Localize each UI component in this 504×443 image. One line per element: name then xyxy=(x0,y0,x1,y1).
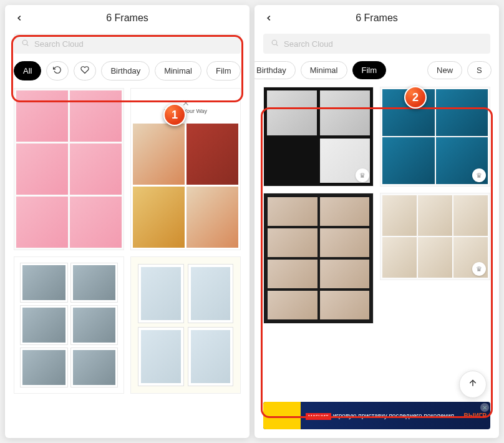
chip-minimal[interactable]: Minimal xyxy=(155,61,201,80)
phone-left: 6 Frames Search Cloud All Birthday Minim… xyxy=(5,5,250,438)
scroll-top-button[interactable] xyxy=(459,371,487,398)
template-item[interactable] xyxy=(14,88,124,250)
arrow-up-icon xyxy=(468,378,478,391)
ad-text: МАГНИТ игровую приставку последнего поко… xyxy=(301,412,463,419)
back-icon[interactable] xyxy=(15,11,24,26)
search-input[interactable]: Search Cloud xyxy=(14,34,241,54)
svg-line-3 xyxy=(276,44,278,46)
svg-line-1 xyxy=(27,44,28,46)
chip-all[interactable]: All xyxy=(14,61,41,80)
svg-point-0 xyxy=(22,40,27,45)
close-icon[interactable]: ✕ xyxy=(480,403,489,412)
chip-birthday[interactable]: Birthday xyxy=(101,61,150,80)
template-item[interactable]: ♛ xyxy=(263,87,374,187)
chip-film[interactable]: Film xyxy=(352,61,387,79)
header: 6 Frames xyxy=(254,5,499,29)
page-title: 6 Frames xyxy=(15,12,240,24)
chip-minimal[interactable]: Minimal xyxy=(301,61,347,79)
template-item[interactable] xyxy=(130,256,241,394)
template-item[interactable] xyxy=(263,193,374,324)
svg-point-2 xyxy=(272,40,277,45)
annotation-badge-1: 1 xyxy=(163,104,186,126)
template-item[interactable]: ♛ xyxy=(380,87,490,187)
search-placeholder: Search Cloud xyxy=(34,39,84,49)
search-input[interactable]: Search Cloud xyxy=(263,34,490,54)
utensils-icon: ✕ xyxy=(182,98,190,108)
chip-row: All Birthday Minimal Film xyxy=(5,57,250,88)
crown-icon: ♛ xyxy=(472,168,486,182)
chip-more[interactable]: S xyxy=(467,61,492,79)
search-icon xyxy=(21,39,29,49)
back-icon[interactable] xyxy=(264,11,273,26)
ad-banner[interactable]: МАГНИТ игровую приставку последнего поко… xyxy=(263,402,490,429)
ad-brand: МАГНИТ xyxy=(306,413,331,420)
heart-icon xyxy=(80,66,89,76)
search-placeholder: Search Cloud xyxy=(284,39,333,49)
template-gallery[interactable]: ✕ Have It Your Way xyxy=(5,88,250,438)
chip-new[interactable]: New xyxy=(427,61,462,79)
crown-icon: ♛ xyxy=(472,262,486,276)
template-item[interactable] xyxy=(14,256,124,394)
header: 6 Frames xyxy=(5,5,250,29)
annotation-badge-2: 2 xyxy=(404,86,427,109)
chip-favorites[interactable] xyxy=(74,61,96,80)
template-item[interactable]: ♛ xyxy=(380,193,490,280)
search-icon xyxy=(271,39,279,49)
ad-headline: ВЫИГР xyxy=(463,412,490,419)
chip-birthday[interactable]: Birthday xyxy=(254,61,296,79)
chip-recent[interactable] xyxy=(46,61,69,80)
page-title: 6 Frames xyxy=(264,12,489,24)
ad-brand-block xyxy=(263,402,301,429)
chip-row: Birthday Minimal Film New S xyxy=(254,57,499,87)
crown-icon: ♛ xyxy=(356,168,369,182)
recent-icon xyxy=(53,66,62,76)
phone-right: 6 Frames Search Cloud Birthday Minimal F… xyxy=(254,5,499,438)
chip-film[interactable]: Film xyxy=(206,61,241,80)
